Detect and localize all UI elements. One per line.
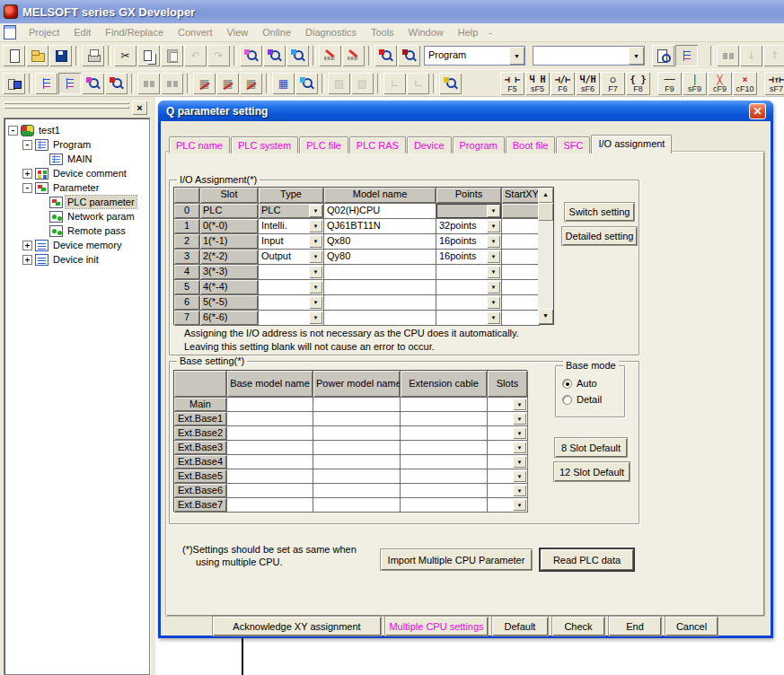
io-cell-type[interactable]: ▼	[259, 295, 324, 311]
fkey-f6-button[interactable]: ⊣/⊢F6	[551, 72, 575, 95]
menu-convert[interactable]: Convert	[171, 25, 220, 39]
transfer-setup-button[interactable]	[3, 73, 25, 94]
base-cell[interactable]	[401, 412, 488, 426]
dropdown-arrow-icon[interactable]: ▼	[513, 485, 526, 496]
io-cell-model[interactable]: Qy80	[324, 250, 436, 265]
statement-disabled-button[interactable]	[161, 73, 183, 94]
expand-icon[interactable]: +	[22, 241, 32, 250]
project-data-list-button[interactable]	[652, 45, 674, 66]
io-cell-model[interactable]: Q02(H)CPU	[324, 204, 436, 219]
menu-edit[interactable]: Edit	[66, 25, 98, 39]
device-skip-button[interactable]	[240, 73, 262, 94]
base-cell[interactable]: ▼	[488, 455, 528, 469]
base-cell[interactable]	[313, 455, 401, 469]
io-cell-points[interactable]: ▼	[436, 280, 502, 295]
find-next-down-button[interactable]: ↓	[740, 45, 762, 66]
io-cell-points[interactable]: ▼	[436, 265, 502, 280]
dropdown-arrow-icon[interactable]: ▼	[309, 205, 322, 217]
menu-tools[interactable]: Tools	[364, 25, 401, 39]
chevron-down-icon[interactable]: ▼	[629, 47, 644, 65]
dropdown-arrow-icon[interactable]: ▼	[513, 456, 526, 468]
mdi-document-icon[interactable]	[4, 25, 16, 39]
io-cell-startxy[interactable]	[502, 280, 540, 295]
find-button[interactable]	[240, 45, 262, 66]
binoculars-find-button[interactable]	[717, 45, 739, 66]
base-cell[interactable]: ▼	[488, 426, 528, 441]
tab-plc-file[interactable]: PLC file	[299, 136, 348, 153]
io-cell-startxy[interactable]	[502, 295, 540, 311]
base-cell[interactable]	[227, 455, 313, 469]
scroll-down-icon[interactable]: ▼	[538, 309, 553, 324]
tab-i-o-assignment[interactable]: I/O assignment	[591, 135, 672, 153]
fkey-f7-button[interactable]: ○F7	[601, 72, 625, 95]
collapse-icon[interactable]: -	[22, 183, 32, 193]
base-cell[interactable]	[401, 498, 488, 513]
base-cell[interactable]	[227, 469, 313, 484]
dialog-close-button[interactable]: ✕	[749, 103, 766, 119]
base-cell[interactable]	[227, 441, 313, 455]
io-cell-startxy[interactable]	[502, 265, 540, 280]
dropdown-arrow-icon[interactable]: ▼	[487, 250, 500, 263]
slot8-default-button[interactable]: 8 Slot Default	[555, 438, 627, 457]
dropdown-arrow-icon[interactable]: ▼	[487, 220, 500, 232]
io-cell-points[interactable]: ▼	[436, 311, 502, 326]
cut-button[interactable]: ✂	[114, 45, 137, 66]
radio-unselected-icon[interactable]	[562, 395, 572, 405]
menu-window[interactable]: Window	[401, 25, 451, 39]
menu-view[interactable]: View	[220, 25, 256, 39]
copy-button[interactable]	[137, 45, 160, 66]
ladder-insert-button[interactable]	[342, 45, 365, 66]
fkey-sf9-button[interactable]: │sF9	[683, 72, 707, 95]
base-mode-option-auto[interactable]: Auto	[562, 378, 597, 389]
io-cell-model[interactable]	[324, 280, 436, 295]
io-cell-points[interactable]: 16points▼	[436, 250, 502, 265]
base-cell[interactable]	[401, 455, 488, 469]
tree-item-device-memory[interactable]: +Device memory	[4, 239, 149, 253]
tree-item-device-init[interactable]: +Device init	[4, 253, 149, 267]
slot12-default-button[interactable]: 12 Slot Default	[554, 462, 630, 481]
panel-grip[interactable]	[4, 101, 129, 104]
io-cell-model[interactable]	[324, 295, 436, 311]
io-window-button[interactable]	[272, 73, 295, 94]
jump-a-button[interactable]: ∟	[383, 73, 406, 94]
base-cell[interactable]: ▼	[488, 441, 528, 455]
scrollbar-thumb[interactable]	[538, 203, 553, 221]
base-cell[interactable]: ▼	[488, 412, 528, 426]
find-string-button[interactable]	[286, 45, 309, 66]
fkey-sf5-button[interactable]: Ч НsF5	[525, 72, 550, 95]
base-cell[interactable]	[227, 498, 313, 513]
io-cell-model[interactable]: QJ61BT11N	[324, 219, 436, 234]
monitor-mode-button[interactable]	[82, 73, 104, 94]
device-test-button[interactable]	[193, 73, 216, 94]
step-run-b-button[interactable]: ▨	[351, 73, 374, 94]
scroll-up-icon[interactable]: ▲	[538, 188, 553, 203]
dropdown-arrow-icon[interactable]: ▼	[309, 220, 322, 232]
base-cell[interactable]	[313, 398, 401, 412]
tab-plc-system[interactable]: PLC system	[231, 136, 298, 153]
expand-icon[interactable]: +	[22, 255, 32, 265]
tree-item-program[interactable]: -Program	[4, 138, 149, 153]
import-multiple-cpu-button[interactable]: Import Multiple CPU Parameter	[381, 549, 532, 570]
io-cell-type[interactable]: ▼	[259, 265, 324, 280]
io-cell-startxy[interactable]	[502, 234, 540, 250]
base-cell[interactable]	[401, 469, 488, 484]
base-cell[interactable]: ▼	[488, 398, 528, 412]
fkey-f5-button[interactable]: ⊣ ⊢F5	[500, 72, 524, 95]
dropdown-arrow-icon[interactable]: ▼	[309, 235, 322, 248]
tree-item-remote-pass[interactable]: Remote pass	[4, 224, 149, 239]
ladder-symbol-mode-button[interactable]	[58, 73, 81, 94]
monitor-write-button[interactable]	[105, 73, 128, 94]
tab-sfc[interactable]: SFC	[556, 136, 590, 153]
fkey-sf7-button[interactable]: ⊣↑⊢sF7	[764, 72, 784, 95]
program-selector[interactable]: Program ▼	[424, 46, 525, 66]
open-project-button[interactable]	[26, 45, 48, 66]
dropdown-arrow-icon[interactable]: ▼	[513, 442, 526, 453]
comment-zoom-button[interactable]	[439, 73, 462, 94]
base-cell[interactable]: ▼	[488, 469, 528, 484]
base-cell[interactable]	[401, 398, 488, 412]
comment-disabled-button[interactable]	[137, 73, 160, 94]
menu-find-replace[interactable]: Find/Replace	[98, 25, 171, 39]
io-table-scrollbar[interactable]: ▲▼	[538, 188, 553, 324]
base-cell[interactable]	[227, 426, 313, 441]
io-cell-type[interactable]: Input▼	[259, 234, 324, 250]
